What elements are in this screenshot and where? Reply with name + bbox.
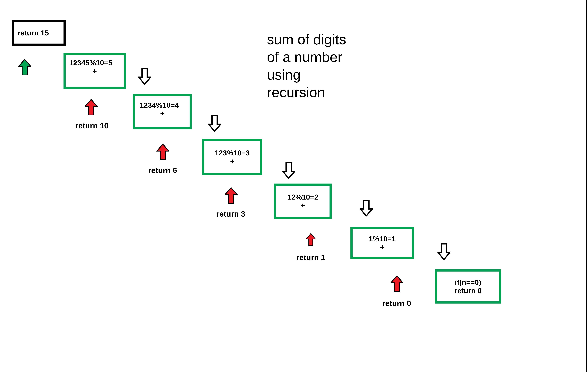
return-label-5: return 0 xyxy=(382,299,411,308)
title-line-1: sum of digits xyxy=(267,31,346,48)
return-label-4: return 1 xyxy=(296,253,325,262)
step-1-plus: + xyxy=(93,67,97,75)
right-divider xyxy=(586,0,587,372)
step-box-4: 12%10=2 + xyxy=(274,183,332,219)
step-box-2: 1234%10=4 + xyxy=(133,94,192,129)
down-arrow-icon-1 xyxy=(138,67,151,85)
return-label-2: return 6 xyxy=(148,166,177,175)
base-case-line2: return 0 xyxy=(454,287,482,295)
up-arrow-icon-red-2 xyxy=(157,144,169,161)
down-arrow-icon-3 xyxy=(282,161,295,179)
diagram-canvas: sum of digits of a number using recursio… xyxy=(0,0,588,372)
base-case-line1: if(n==0) xyxy=(455,278,481,287)
up-arrow-icon-red-5 xyxy=(390,275,403,293)
up-arrow-icon-red-1 xyxy=(85,99,98,117)
step-5-plus: + xyxy=(380,243,384,251)
step-5-expr: 1%10=1 xyxy=(369,234,396,243)
step-2-expr: 1234%10=4 xyxy=(140,101,179,109)
down-arrow-icon-4 xyxy=(360,199,373,216)
title-line-3: using xyxy=(267,66,346,84)
down-arrow-icon-5 xyxy=(438,242,451,260)
result-box: return 15 xyxy=(12,20,66,46)
down-arrow-icon-2 xyxy=(208,114,221,132)
step-4-expr: 12%10=2 xyxy=(287,193,318,201)
title-line-2: of a number xyxy=(267,48,346,66)
step-1-expr: 12345%10=5 xyxy=(69,59,112,67)
diagram-title: sum of digits of a number using recursio… xyxy=(267,31,346,101)
return-label-1: return 10 xyxy=(75,121,108,130)
result-text: return 15 xyxy=(18,29,49,37)
step-box-5: 1%10=1 + xyxy=(350,227,414,259)
base-case-box: if(n==0) return 0 xyxy=(435,269,501,304)
step-3-plus: + xyxy=(230,157,234,165)
up-arrow-icon-green xyxy=(18,59,31,76)
up-arrow-icon-red-3 xyxy=(225,187,238,205)
return-label-3: return 3 xyxy=(216,209,245,218)
step-3-expr: 123%10=3 xyxy=(215,149,250,157)
step-box-3: 123%10=3 + xyxy=(202,139,262,175)
up-arrow-icon-red-4 xyxy=(306,233,316,247)
step-2-plus: + xyxy=(160,109,164,118)
step-4-plus: + xyxy=(301,201,305,210)
title-line-4: recursion xyxy=(267,84,346,101)
step-box-1: 12345%10=5 + xyxy=(63,53,126,89)
